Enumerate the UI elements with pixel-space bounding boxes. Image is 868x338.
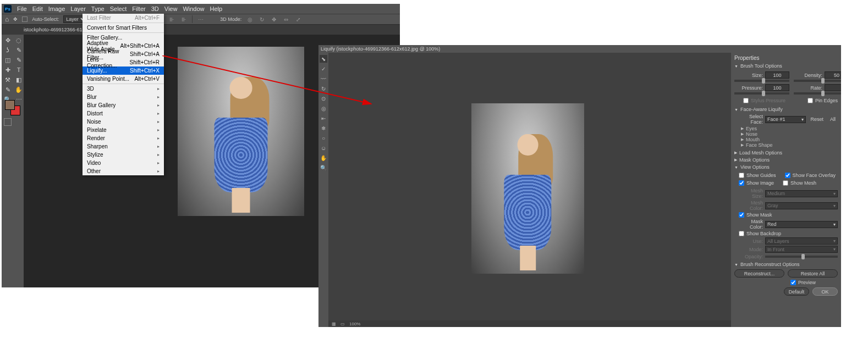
pressure-input[interactable] bbox=[765, 84, 789, 91]
hand-tool-icon[interactable]: ✋ bbox=[14, 85, 24, 94]
menu-image[interactable]: Image bbox=[48, 5, 65, 12]
menu-file[interactable]: File bbox=[17, 5, 27, 12]
healing-tool-icon[interactable]: ✚ bbox=[3, 65, 13, 74]
menu-render-sub[interactable]: Render bbox=[83, 134, 164, 142]
show-mask-checkbox[interactable] bbox=[739, 212, 744, 218]
menu-3d[interactable]: 3D bbox=[151, 5, 159, 12]
menu-view[interactable]: View bbox=[164, 5, 178, 12]
nose-expander[interactable]: Nose bbox=[741, 131, 838, 137]
twirl-tool-icon[interactable]: ↻ bbox=[320, 85, 327, 92]
clone-tool-icon[interactable]: ⚒ bbox=[3, 75, 13, 84]
more-icon[interactable]: ⋯ bbox=[197, 15, 205, 23]
all-faces-button[interactable]: All bbox=[828, 117, 838, 122]
menu-edit[interactable]: Edit bbox=[32, 5, 43, 12]
thaw-mask-tool-icon[interactable]: ○ bbox=[320, 134, 327, 142]
pen-tool-icon[interactable]: ✎ bbox=[3, 85, 13, 94]
menu-distort-sub[interactable]: Distort bbox=[83, 109, 164, 118]
menu-vanishing-point[interactable]: Vanishing Point...Alt+Ctrl+V bbox=[83, 75, 164, 83]
ok-button[interactable]: OK bbox=[812, 287, 838, 296]
liquify-canvas[interactable] bbox=[328, 53, 731, 320]
marquee-tool-icon[interactable]: ◌ bbox=[14, 36, 24, 45]
eraser-tool-icon[interactable]: ◧ bbox=[14, 75, 24, 84]
density-slider[interactable] bbox=[794, 80, 841, 82]
menu-select[interactable]: Select bbox=[110, 5, 127, 12]
bloat-tool-icon[interactable]: ◎ bbox=[320, 104, 327, 112]
move-tool-icon[interactable]: ✥ bbox=[3, 36, 13, 45]
quick-select-tool-icon[interactable]: ✎ bbox=[14, 46, 24, 54]
pin-edges-checkbox[interactable] bbox=[807, 98, 813, 103]
3d-roll-icon[interactable]: ↻ bbox=[258, 15, 266, 23]
menu-noise-sub[interactable]: Noise bbox=[83, 118, 164, 126]
menu-sharpen-sub[interactable]: Sharpen bbox=[83, 142, 164, 151]
reset-face-button[interactable]: Reset bbox=[808, 117, 826, 122]
mouth-expander[interactable]: Mouth bbox=[741, 137, 838, 142]
use-dropdown: All Layers bbox=[765, 237, 838, 245]
fit-icon[interactable]: ▭ bbox=[340, 322, 345, 326]
mask-color-dropdown[interactable]: Red bbox=[765, 221, 838, 228]
color-swatches[interactable] bbox=[5, 100, 20, 115]
stylus-checkbox bbox=[743, 98, 749, 103]
smooth-tool-icon[interactable]: 〰 bbox=[320, 75, 327, 82]
menu-blur-sub[interactable]: Blur bbox=[83, 93, 164, 101]
reconstruct-section[interactable]: Brush Reconstruct Options bbox=[734, 262, 838, 267]
menu-window[interactable]: Window bbox=[183, 5, 204, 12]
select-face-dropdown[interactable]: Face #1 bbox=[765, 116, 806, 123]
face-tool-icon[interactable]: ☺ bbox=[320, 144, 327, 152]
show-backdrop-checkbox[interactable] bbox=[739, 231, 744, 236]
move-tool-icon[interactable]: ✥ bbox=[13, 16, 18, 22]
reconstruct-tool-icon[interactable]: ✓ bbox=[320, 65, 327, 73]
brush-options-section[interactable]: Brush Tool Options bbox=[734, 63, 838, 69]
size-slider[interactable] bbox=[734, 80, 789, 82]
view-options-section[interactable]: View Options bbox=[734, 164, 838, 170]
restore-all-button[interactable]: Restore All bbox=[788, 269, 838, 278]
default-button[interactable]: Default bbox=[784, 287, 809, 296]
3d-pan-icon[interactable]: ✥ bbox=[270, 15, 278, 23]
face-aware-section[interactable]: Face-Aware Liquify bbox=[734, 107, 838, 112]
menu-filter[interactable]: Filter bbox=[132, 5, 145, 12]
zoom-level[interactable]: 100% bbox=[349, 322, 360, 326]
menu-lens-correction[interactable]: Lens Correction...Shift+Ctrl+R bbox=[83, 58, 164, 67]
preview-checkbox[interactable] bbox=[790, 280, 796, 285]
show-image-checkbox[interactable] bbox=[739, 180, 744, 186]
lasso-tool-icon[interactable]: ʖ bbox=[3, 46, 13, 54]
zoom-tool-icon[interactable]: 🔍 bbox=[320, 164, 327, 171]
quick-mask-icon[interactable] bbox=[4, 118, 12, 126]
3d-slide-icon[interactable]: ⇔ bbox=[282, 15, 290, 23]
mask-options-section[interactable]: Mask Options bbox=[734, 157, 838, 163]
reconstruct-button[interactable]: Reconstruct... bbox=[734, 269, 784, 278]
pucker-tool-icon[interactable]: ⊙ bbox=[320, 95, 327, 102]
distribute-center-icon[interactable]: ⊪ bbox=[168, 15, 175, 23]
3d-orbit-icon[interactable]: ◎ bbox=[246, 15, 254, 23]
menu-pixelate-sub[interactable]: Pixelate bbox=[83, 126, 164, 134]
grid-icon[interactable]: ▦ bbox=[332, 322, 336, 326]
density-input[interactable] bbox=[825, 71, 841, 79]
eyes-expander[interactable]: Eyes bbox=[741, 126, 838, 131]
menu-3d-sub[interactable]: 3D bbox=[83, 85, 164, 93]
show-guides-checkbox[interactable] bbox=[739, 173, 744, 178]
crop-tool-icon[interactable]: ◫ bbox=[3, 56, 13, 64]
push-left-tool-icon[interactable]: ⇤ bbox=[320, 114, 327, 122]
menu-video-sub[interactable]: Video bbox=[83, 159, 164, 167]
distribute-bottom-icon[interactable]: ⊪ bbox=[180, 15, 188, 23]
face-shape-expander[interactable]: Face Shape bbox=[741, 142, 838, 148]
pressure-slider[interactable] bbox=[734, 92, 789, 95]
menu-layer[interactable]: Layer bbox=[70, 5, 86, 12]
freeze-mask-tool-icon[interactable]: ❄ bbox=[320, 124, 327, 132]
menu-other-sub[interactable]: Other bbox=[83, 167, 164, 175]
menu-convert-smart[interactable]: Convert for Smart Filters bbox=[83, 24, 164, 32]
autoselect-checkbox[interactable] bbox=[22, 16, 28, 22]
menu-blur-gallery-sub[interactable]: Blur Gallery bbox=[83, 101, 164, 109]
eyedropper-tool-icon[interactable]: ✎ bbox=[14, 56, 24, 64]
menu-type[interactable]: Type bbox=[91, 5, 105, 12]
menu-stylize-sub[interactable]: Stylize bbox=[83, 151, 164, 159]
home-icon[interactable]: ⌂ bbox=[5, 15, 9, 23]
3d-scale-icon[interactable]: ⤢ bbox=[294, 15, 302, 23]
show-face-overlay-checkbox[interactable] bbox=[785, 173, 790, 178]
brush-tool-icon[interactable]: T bbox=[14, 65, 24, 74]
size-input[interactable] bbox=[765, 71, 789, 79]
hand-tool-icon[interactable]: ✋ bbox=[320, 154, 327, 162]
load-mesh-section[interactable]: Load Mesh Options bbox=[734, 150, 838, 156]
forward-warp-tool-icon[interactable]: ⬊ bbox=[320, 55, 327, 63]
menu-help[interactable]: Help bbox=[210, 5, 223, 12]
show-mesh-checkbox[interactable] bbox=[783, 180, 788, 186]
